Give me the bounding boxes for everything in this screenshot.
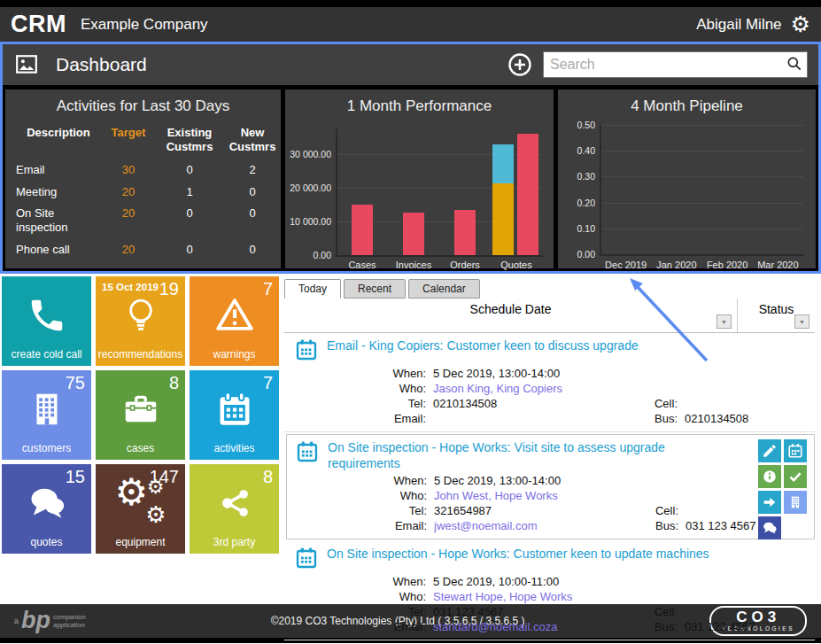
info-action-icon[interactable] — [758, 465, 781, 488]
schedule-entry-1[interactable]: Email - King Copiers: Customer keen to d… — [284, 333, 815, 432]
schedule-date-filter-button[interactable]: ▼ — [716, 314, 732, 329]
entry-tel: 321654987 — [434, 504, 622, 517]
page-title: Dashboard — [56, 54, 147, 75]
dashboard-panels: Activities for Last 30 Days Description … — [3, 87, 818, 271]
tile-label: recommendations — [96, 348, 185, 361]
entry-title[interactable]: On Site inspection - Hope Works: Custome… — [327, 547, 709, 563]
tile-activities[interactable]: 7activities — [190, 370, 279, 460]
search-icon[interactable] — [786, 55, 803, 76]
gears-icon: ⚙⚙⚙ — [117, 481, 165, 525]
arrow-right-action-icon[interactable] — [758, 491, 781, 514]
building-action-icon[interactable] — [784, 491, 807, 514]
settings-gear-icon[interactable]: ⚙ — [791, 13, 810, 35]
building-icon — [27, 389, 67, 430]
entry-fields: When:5 Dec 2019, 13:00-14:00 Who:John We… — [296, 474, 807, 532]
bp-logo-text: bp — [21, 611, 50, 631]
bar-Orders — [454, 210, 476, 255]
tile-label: equipment — [96, 536, 185, 548]
pipeline-chart: 0.000.100.200.300.400.50Dec 2019Jan 2020… — [558, 121, 816, 268]
pipeline-panel: 4 Month Pipeline 0.000.100.200.300.400.5… — [558, 89, 816, 268]
tile-count: 19 — [159, 279, 179, 299]
activities-row: Phone call 20 0 0 — [12, 243, 281, 257]
y-tick-label: 0.30 — [551, 171, 595, 182]
status-filter-button[interactable]: ▼ — [794, 314, 809, 329]
status-column: Status ▼ — [738, 299, 815, 332]
main-area: create cold call15 Oct 201919recommendat… — [0, 274, 821, 604]
tile-quotes[interactable]: 15quotes — [2, 464, 91, 554]
schedule-date-column-header: Schedule Date — [470, 302, 552, 316]
schedule-date-column: Schedule Date ▼ — [284, 299, 738, 332]
tile-create-cold-call[interactable]: create cold call — [2, 276, 91, 366]
user-name[interactable]: Abigail Milne — [696, 16, 781, 34]
tile-recommendations[interactable]: 15 Oct 201919recommendations — [96, 276, 185, 366]
edit-action-icon[interactable] — [758, 439, 781, 462]
entry-when: 5 Dec 2019, 10:00-11:00 — [433, 575, 621, 588]
entry-who-link[interactable]: Stewart Hope, Hope Works — [433, 590, 621, 603]
activities-row: Meeting 20 1 0 — [12, 185, 281, 199]
status-column-header: Status — [759, 302, 794, 316]
performance-panel-title: 1 Month Performance — [285, 97, 554, 115]
schedule-entry-3[interactable]: On Site inspection - Hope Works: Custome… — [284, 541, 815, 640]
tile-count: 15 — [66, 467, 85, 487]
share-icon — [215, 484, 254, 523]
tile-count: 75 — [66, 373, 85, 393]
add-button[interactable] — [507, 52, 532, 77]
schedule-entry-2[interactable]: On Site inspection - Hope Works: Visit s… — [286, 434, 815, 539]
activities-panel: Activities for Last 30 Days Description … — [5, 89, 281, 268]
tile-date: 15 Oct 2019 — [102, 282, 159, 292]
y-tick-label: 0.20 — [551, 198, 595, 208]
bar-Quotes-gold — [492, 183, 514, 255]
tab-calendar[interactable]: Calendar — [408, 279, 480, 299]
entry-fields: When:5 Dec 2019, 10:00-11:00 Who:Stewart… — [295, 575, 808, 633]
tile-cases[interactable]: 8cases — [96, 370, 185, 460]
entry-tel: 0210134508 — [433, 397, 621, 410]
entry-fields: When:5 Dec 2019, 13:00-14:00 Who:Jason K… — [295, 367, 808, 425]
entry-email-link[interactable]: jwest@noemail.com — [434, 519, 622, 532]
tile-label: customers — [2, 442, 91, 454]
calendar-entry-icon — [295, 338, 318, 364]
entry-cell — [685, 397, 808, 410]
company-name: Example Company — [81, 16, 208, 34]
tile-count: 7 — [263, 279, 273, 299]
tab-today[interactable]: Today — [284, 279, 341, 299]
entry-bus: 0210134508 — [685, 412, 808, 425]
activities-table: Description Target Existing Custmrs New … — [12, 126, 281, 256]
tile-warnings[interactable]: 7warnings — [190, 276, 279, 366]
entry-when: 5 Dec 2019, 13:00-14:00 — [434, 474, 622, 487]
search-box — [543, 51, 808, 78]
tile-count: 8 — [263, 467, 273, 487]
y-tick-label: 20 000.00 — [287, 182, 331, 193]
bp-logo: a bp companionapplication — [14, 611, 86, 631]
entry-who-link[interactable]: Jason King, King Copiers — [433, 382, 621, 395]
entry-title[interactable]: Email - King Copiers: Customer keen to d… — [327, 338, 639, 354]
tile-customers[interactable]: 75customers — [2, 370, 91, 460]
calendar-entry-icon — [296, 440, 319, 466]
tile-equipment[interactable]: 147⚙⚙⚙equipment — [96, 464, 185, 554]
tile-label: warnings — [190, 348, 279, 361]
performance-chart: 0.0010 000.0020 000.0030 000.00CasesInvo… — [285, 121, 554, 268]
chat-action-icon[interactable] — [758, 516, 781, 539]
gridline — [600, 125, 803, 126]
tile-count: 8 — [169, 373, 179, 393]
pipeline-panel-title: 4 Month Pipeline — [558, 97, 816, 115]
y-tick-label: 30 000.00 — [287, 149, 331, 159]
y-tick-label: 0.10 — [551, 223, 595, 234]
calendar-action-icon[interactable] — [784, 439, 807, 462]
bar-Quotes-pink — [517, 134, 538, 255]
y-axis — [600, 125, 601, 254]
tile-3rd-party[interactable]: 83rd party — [190, 464, 279, 554]
entry-email-link[interactable]: standard@noemail.coza — [433, 620, 621, 633]
entry-who-link[interactable]: John West, Hope Works — [434, 489, 622, 502]
bar-Quotes-teal — [492, 144, 514, 183]
search-input[interactable] — [543, 51, 808, 78]
entry-actions — [758, 439, 807, 539]
entry-bus: 031 123 4567 — [685, 620, 808, 633]
tile-label: create cold call — [2, 348, 91, 361]
bp-logo-a: a — [14, 617, 19, 625]
calendar-entry-icon — [295, 547, 318, 572]
bar-Cases — [352, 205, 373, 255]
entry-tel: 031 123 4567 — [433, 605, 621, 618]
entry-title[interactable]: On Site inspection - Hope Works: Visit s… — [328, 440, 735, 471]
tab-recent[interactable]: Recent — [344, 279, 406, 299]
check-action-icon[interactable] — [784, 465, 807, 488]
